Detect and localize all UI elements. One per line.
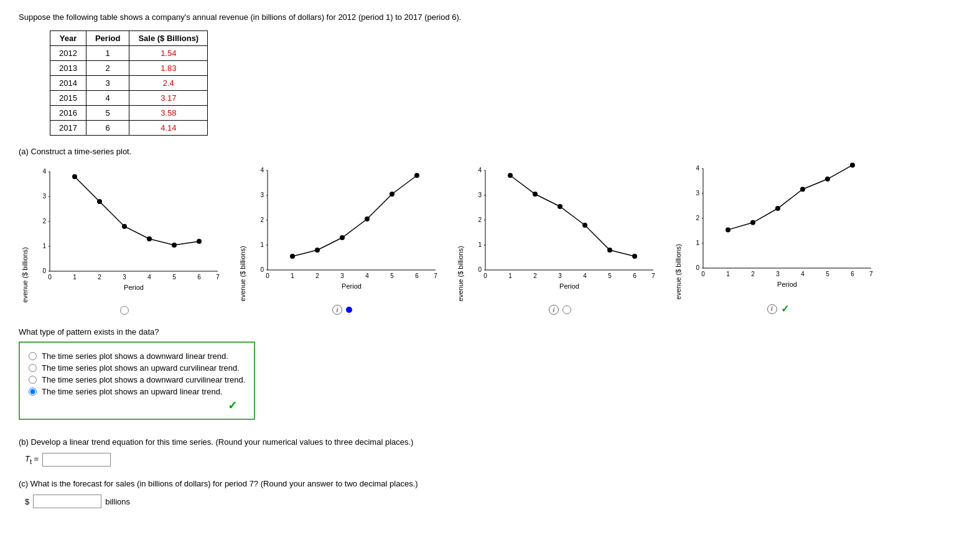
svg-point-50: [315, 248, 320, 253]
table-row: 201543.17: [50, 91, 208, 106]
svg-point-21: [72, 174, 77, 179]
chart2-container: Revenue ($ billions) 0 1 2 3 4 0 1 2 3 4…: [236, 164, 448, 315]
svg-point-51: [340, 235, 345, 240]
svg-text:1: 1: [696, 239, 699, 246]
data-table: Year Period Sale ($ Billions) 201211.542…: [50, 30, 208, 136]
svg-point-49: [290, 254, 295, 259]
cell-period: 1: [86, 46, 129, 61]
svg-text:4: 4: [147, 274, 151, 281]
svg-text:7: 7: [869, 271, 873, 277]
dollar-label: $: [25, 497, 29, 506]
chart1-radio[interactable]: [120, 306, 129, 315]
forecast-row: $ billions: [25, 495, 961, 508]
pattern-question: What type of pattern exists in the data?: [19, 327, 961, 337]
svg-text:Period: Period: [124, 284, 144, 291]
cell-year: 2017: [50, 121, 86, 136]
table-row: 201321.83: [50, 61, 208, 76]
svg-text:1: 1: [73, 274, 77, 281]
pattern-options-box: The time series plot shows a downward li…: [19, 342, 255, 420]
chart3-svg: Revenue ($ billions) 0 1 2 3 4 0 1 2 3 4…: [454, 164, 666, 301]
pattern-section-wrapper: What type of pattern exists in the data?…: [19, 327, 961, 431]
chart1-svg: Revenue ($ billions) 0 1 2 3 4 0 1 2 3 4…: [19, 165, 230, 302]
svg-text:6: 6: [633, 272, 637, 279]
cell-sale: 2.4: [129, 76, 208, 91]
svg-text:6: 6: [415, 272, 419, 279]
chart2-info-icon[interactable]: i: [332, 305, 342, 315]
svg-text:Revenue ($ billions): Revenue ($ billions): [674, 244, 682, 299]
svg-point-81: [607, 248, 612, 253]
svg-point-26: [197, 239, 202, 244]
part-c-label: (c) What is the forecast for sales (in b…: [19, 479, 961, 488]
svg-text:0: 0: [266, 272, 269, 279]
svg-text:3: 3: [123, 274, 126, 281]
pattern-label-4: The time series plot shows an upward lin…: [42, 387, 222, 396]
svg-text:4: 4: [478, 167, 482, 174]
pattern-correct-check: ✓: [228, 399, 245, 412]
eq-label: Tt =: [25, 454, 39, 465]
svg-point-24: [147, 236, 152, 241]
svg-text:Period: Period: [777, 281, 797, 288]
pattern-radio-2[interactable]: [29, 364, 37, 372]
cell-year: 2013: [50, 61, 86, 76]
svg-text:3: 3: [478, 192, 482, 198]
pattern-label-2: The time series plot shows an upward cur…: [42, 363, 240, 373]
cell-period: 5: [86, 106, 129, 121]
chart3-info-icon[interactable]: i: [549, 305, 559, 315]
svg-text:0: 0: [260, 266, 264, 273]
table-row: 201211.54: [50, 46, 208, 61]
svg-point-22: [97, 199, 102, 204]
svg-text:Period: Period: [559, 282, 579, 290]
col-period: Period: [86, 31, 129, 46]
svg-point-23: [122, 224, 127, 229]
cell-period: 2: [86, 61, 129, 76]
chart3-radio-row: i: [549, 305, 571, 315]
pattern-radio-3[interactable]: [29, 376, 37, 384]
cell-sale: 3.58: [129, 106, 208, 121]
cell-sale: 3.17: [129, 91, 208, 106]
svg-text:3: 3: [776, 271, 780, 277]
svg-text:1: 1: [508, 272, 512, 279]
svg-text:Revenue ($ billions): Revenue ($ billions): [457, 246, 464, 301]
equation-row: Tt =: [25, 453, 961, 467]
svg-text:2: 2: [751, 271, 755, 277]
part-b-section: (b) Develop a linear trend equation for …: [19, 437, 961, 467]
svg-text:5: 5: [608, 272, 612, 279]
forecast-input[interactable]: [33, 495, 101, 508]
svg-text:2: 2: [42, 218, 46, 225]
cell-sale: 1.83: [129, 61, 208, 76]
svg-text:0: 0: [701, 271, 705, 277]
pattern-label-1: The time series plot shows a downward li…: [42, 351, 228, 361]
chart4-svg: Revenue ($ billions) 0 1 2 3 4 0 1 2 3 4…: [672, 162, 884, 299]
cell-year: 2014: [50, 76, 86, 91]
svg-text:1: 1: [478, 241, 482, 248]
table-row: 201653.58: [50, 106, 208, 121]
pattern-label-3: The time series plot shows a downward cu…: [42, 375, 245, 384]
svg-text:0: 0: [42, 267, 46, 274]
svg-text:5: 5: [172, 274, 176, 281]
svg-text:0: 0: [48, 274, 52, 281]
eq-input[interactable]: [42, 453, 111, 467]
chart3-container: Revenue ($ billions) 0 1 2 3 4 0 1 2 3 4…: [454, 164, 666, 315]
svg-text:4: 4: [583, 272, 587, 279]
svg-point-106: [750, 220, 755, 225]
table-row: 201764.14: [50, 121, 208, 136]
pattern-radio-4[interactable]: [29, 388, 37, 396]
cell-period: 4: [86, 91, 129, 106]
svg-point-54: [414, 173, 419, 178]
cell-period: 3: [86, 76, 129, 91]
pattern-radio-1[interactable]: [29, 352, 37, 360]
svg-point-53: [390, 192, 394, 197]
part-c-section: (c) What is the forecast for sales (in b…: [19, 479, 961, 508]
chart4-radio-row: i ✓: [767, 303, 789, 315]
chart4-check-icon: ✓: [781, 303, 789, 315]
chart4-container: Revenue ($ billions) 0 1 2 3 4 0 1 2 3 4…: [672, 162, 884, 315]
cell-sale: 1.54: [129, 46, 208, 61]
pattern-option-2: The time series plot shows an upward cur…: [29, 363, 245, 373]
svg-text:7: 7: [434, 272, 437, 279]
svg-text:2: 2: [533, 272, 537, 279]
svg-text:2: 2: [260, 216, 264, 223]
chart3-radio[interactable]: [562, 305, 571, 314]
svg-text:4: 4: [42, 168, 46, 175]
svg-text:1: 1: [291, 272, 294, 279]
chart4-info-icon[interactable]: i: [767, 304, 777, 314]
